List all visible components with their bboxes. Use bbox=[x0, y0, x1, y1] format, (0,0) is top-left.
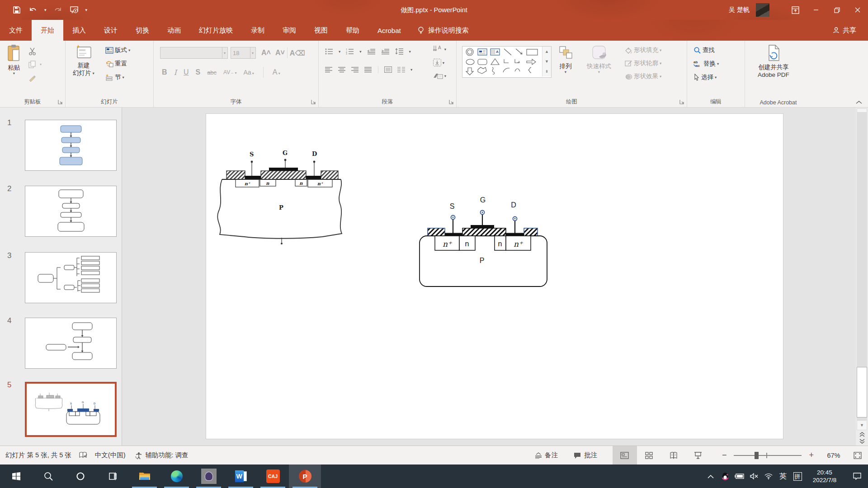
minimize-button[interactable] bbox=[806, 0, 826, 20]
zoom-in-button[interactable]: + bbox=[804, 446, 818, 465]
slide-thumbnail-4[interactable] bbox=[25, 318, 117, 369]
line-spacing-icon bbox=[395, 48, 404, 55]
cut-icon[interactable] bbox=[28, 47, 37, 56]
text-direction-button[interactable]: A▾ bbox=[433, 45, 446, 53]
tell-me-search[interactable]: 操作说明搜索 bbox=[410, 20, 476, 41]
qq-tray-icon[interactable] bbox=[719, 465, 731, 488]
paragraph-dialog-launcher-icon[interactable] bbox=[448, 99, 454, 105]
shape-gallery-down-icon[interactable]: ▼ bbox=[542, 56, 551, 66]
comments-button[interactable]: 批注 bbox=[569, 446, 602, 465]
cortana-button[interactable] bbox=[64, 465, 96, 488]
clock[interactable]: 20:45 2022/7/8 bbox=[806, 469, 844, 484]
group-label-editing: 编辑 bbox=[687, 98, 745, 106]
new-slide-button[interactable]: 新建 幻灯片▾ bbox=[73, 44, 94, 77]
slide-editing-area[interactable]: S G D bbox=[122, 108, 856, 446]
slideshow-view-button[interactable] bbox=[686, 446, 710, 465]
next-slide-icon[interactable] bbox=[858, 438, 867, 445]
ime-mode-indicator[interactable]: 拼 bbox=[791, 465, 804, 488]
scroll-down-icon[interactable]: ▼ bbox=[857, 420, 867, 430]
notes-button[interactable]: 备注 bbox=[530, 446, 562, 465]
caj-viewer-button[interactable]: CAJ bbox=[257, 465, 289, 488]
tab-design[interactable]: 设计 bbox=[95, 20, 127, 41]
collapse-ribbon-icon[interactable] bbox=[855, 100, 863, 104]
bold-button: B bbox=[162, 68, 167, 76]
convert-to-smartart-button[interactable]: ▾ bbox=[433, 72, 446, 79]
search-button[interactable] bbox=[32, 465, 64, 488]
svg-text:G: G bbox=[283, 150, 288, 156]
tab-insert[interactable]: 插入 bbox=[63, 20, 95, 41]
mosfet-vector-drawing[interactable]: S G D bbox=[419, 194, 550, 291]
tab-home[interactable]: 开始 bbox=[32, 20, 63, 41]
slide-indicator[interactable]: 幻灯片 第 5 张, 共 5 张 bbox=[0, 446, 76, 465]
reset-button[interactable]: 重置 bbox=[105, 60, 127, 68]
user-name[interactable]: 吴 楚帆 bbox=[729, 6, 750, 14]
spell-check-icon[interactable] bbox=[76, 446, 90, 465]
align-right-icon bbox=[351, 67, 359, 73]
zoom-slider-thumb[interactable] bbox=[755, 452, 759, 459]
normal-view-button[interactable] bbox=[613, 446, 637, 465]
edge-button[interactable] bbox=[160, 465, 193, 488]
task-view-button[interactable] bbox=[96, 465, 128, 488]
drawing-dialog-launcher-icon[interactable] bbox=[679, 99, 685, 105]
volume-muted-tray-icon[interactable] bbox=[748, 465, 760, 488]
mosfet-scan-image[interactable]: S G D bbox=[213, 150, 349, 258]
fit-slide-to-window-icon[interactable] bbox=[849, 446, 868, 465]
slide-sorter-view-button[interactable] bbox=[637, 446, 661, 465]
tab-view[interactable]: 视图 bbox=[305, 20, 337, 41]
replace-label: 替换 bbox=[703, 60, 716, 68]
tab-animations[interactable]: 动画 bbox=[158, 20, 190, 41]
slide-canvas[interactable]: S G D bbox=[206, 113, 783, 439]
word-button[interactable]: W bbox=[225, 465, 257, 488]
restore-button[interactable] bbox=[826, 0, 847, 20]
slide-thumbnail-1[interactable] bbox=[25, 120, 117, 171]
battery-tray-icon[interactable] bbox=[733, 465, 746, 488]
share-button[interactable]: 共享 bbox=[833, 20, 856, 41]
zoom-out-button[interactable]: − bbox=[717, 446, 731, 465]
action-center-icon[interactable] bbox=[851, 465, 863, 488]
accessibility-checker[interactable]: 辅助功能: 调查 bbox=[130, 446, 193, 465]
font-dialog-launcher-icon[interactable] bbox=[311, 99, 316, 105]
tab-transitions[interactable]: 切换 bbox=[127, 20, 158, 41]
shape-gallery-more-icon[interactable]: ⇟ bbox=[542, 66, 551, 76]
start-button[interactable] bbox=[0, 465, 32, 488]
scrollbar-thumb[interactable] bbox=[857, 367, 867, 418]
tab-help[interactable]: 帮助 bbox=[337, 20, 368, 41]
tab-acrobat[interactable]: Acrobat bbox=[368, 20, 410, 41]
tab-record[interactable]: 录制 bbox=[242, 20, 274, 41]
section-button[interactable]: 节▾ bbox=[105, 73, 124, 81]
align-text-button[interactable]: ▾ bbox=[433, 59, 444, 66]
language-indicator-tray[interactable]: 英 bbox=[777, 465, 789, 488]
select-button[interactable]: 选择▾ bbox=[693, 73, 719, 81]
replace-button[interactable]: abac替换▾ bbox=[693, 60, 719, 68]
paste-button[interactable]: 粘贴 ▾ bbox=[6, 44, 22, 75]
slide-thumbnail-5[interactable]: SGD bbox=[25, 382, 117, 437]
reading-view-button[interactable] bbox=[661, 446, 686, 465]
tab-slideshow[interactable]: 幻灯片放映 bbox=[190, 20, 242, 41]
file-explorer-button[interactable] bbox=[128, 465, 160, 488]
app-button-gray[interactable] bbox=[193, 465, 225, 488]
tab-review[interactable]: 审阅 bbox=[274, 20, 305, 41]
close-button[interactable] bbox=[847, 0, 868, 20]
shape-gallery-up-icon[interactable]: ▲ bbox=[542, 47, 551, 56]
slide-thumbnail-3[interactable] bbox=[25, 252, 117, 303]
layout-button[interactable]: 版式▾ bbox=[105, 46, 130, 54]
wifi-tray-icon[interactable] bbox=[762, 465, 775, 488]
slide-thumbnail-2[interactable] bbox=[25, 186, 117, 237]
ribbon-display-options-icon[interactable] bbox=[785, 0, 806, 20]
language-indicator[interactable]: 中文(中国) bbox=[90, 446, 130, 465]
zoom-slider[interactable] bbox=[734, 451, 802, 460]
tab-file[interactable]: 文件 bbox=[0, 20, 32, 41]
clipboard-dialog-launcher-icon[interactable] bbox=[57, 99, 63, 105]
powerpoint-button[interactable]: P bbox=[289, 465, 321, 488]
previous-slide-icon[interactable] bbox=[858, 431, 867, 437]
svg-text:n⁺: n⁺ bbox=[514, 239, 524, 249]
group-drawing: A ▲ bbox=[457, 41, 687, 107]
zoom-level[interactable]: 67% bbox=[818, 446, 849, 465]
create-share-adobe-pdf-button[interactable]: 创建并共享 Adobe PDF bbox=[758, 44, 789, 79]
avatar[interactable] bbox=[756, 3, 769, 17]
tray-expand-icon[interactable] bbox=[704, 465, 717, 488]
shape-fill-button: 形状填充▾ bbox=[625, 46, 661, 54]
shape-gallery[interactable]: A ▲ bbox=[462, 46, 552, 78]
find-button[interactable]: 查找 bbox=[693, 46, 719, 54]
arrange-button[interactable]: 排列 ▾ bbox=[558, 45, 573, 74]
